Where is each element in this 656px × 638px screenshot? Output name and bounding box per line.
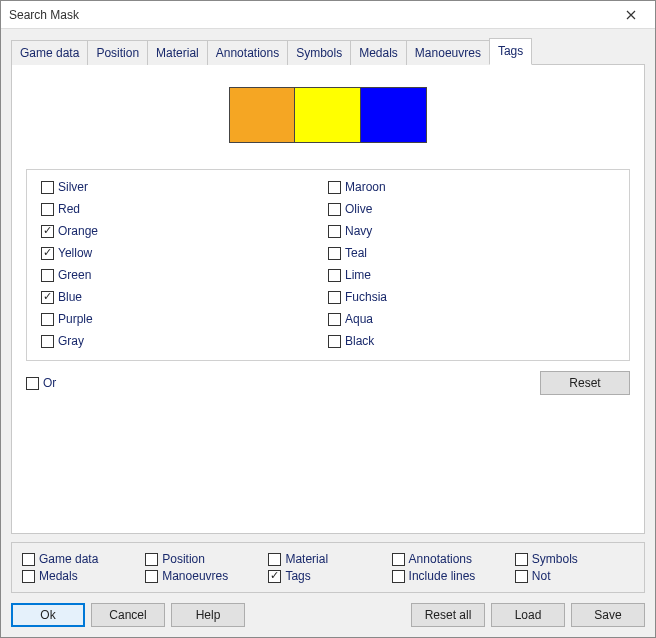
tab-label: Game data (20, 46, 79, 60)
color-check-red[interactable]: Red (41, 202, 328, 216)
checkbox-box (41, 291, 54, 304)
tab-label: Annotations (216, 46, 279, 60)
checkbox-label: Black (345, 334, 374, 348)
checkbox-label: Game data (39, 552, 98, 566)
tab-material[interactable]: Material (147, 40, 208, 65)
tab-label: Material (156, 46, 199, 60)
footer-check-include-lines[interactable]: Include lines (392, 569, 511, 583)
checkbox-box (328, 291, 341, 304)
tab-label: Symbols (296, 46, 342, 60)
color-check-green[interactable]: Green (41, 268, 328, 282)
cancel-button[interactable]: Cancel (91, 603, 165, 627)
swatch-yellow (295, 87, 361, 143)
checkbox-label: Fuchsia (345, 290, 387, 304)
footer-cell: Annotations (392, 552, 511, 566)
footer-check-symbols[interactable]: Symbols (515, 552, 634, 566)
color-check-lime[interactable]: Lime (328, 268, 615, 282)
checkbox-box (268, 570, 281, 583)
checkbox-box (328, 335, 341, 348)
color-column-left: SilverRedOrangeYellowGreenBluePurpleGray (41, 180, 328, 348)
checkbox-label: Symbols (532, 552, 578, 566)
search-mask-window: Search Mask Game dataPositionMaterialAnn… (0, 0, 656, 638)
checkbox-box (328, 181, 341, 194)
color-check-blue[interactable]: Blue (41, 290, 328, 304)
checkbox-box (41, 247, 54, 260)
tab-position[interactable]: Position (87, 40, 148, 65)
checkbox-label: Include lines (409, 569, 476, 583)
checkbox-box (392, 570, 405, 583)
footer-cell: Medals (22, 569, 141, 583)
window-title: Search Mask (9, 8, 611, 22)
footer-check-annotations[interactable]: Annotations (392, 552, 511, 566)
color-check-fuchsia[interactable]: Fuchsia (328, 290, 615, 304)
footer-cell: Include lines (392, 569, 511, 583)
tab-game-data[interactable]: Game data (11, 40, 88, 65)
tab-tags[interactable]: Tags (489, 38, 532, 65)
checkbox-label: Teal (345, 246, 367, 260)
save-button[interactable]: Save (571, 603, 645, 627)
footer-check-manoeuvres[interactable]: Manoeuvres (145, 569, 264, 583)
checkbox-box (22, 570, 35, 583)
ok-button[interactable]: Ok (11, 603, 85, 627)
footer-check-tags[interactable]: Tags (268, 569, 387, 583)
reset-button[interactable]: Reset (540, 371, 630, 395)
footer-cell: Game data (22, 552, 141, 566)
color-check-olive[interactable]: Olive (328, 202, 615, 216)
color-check-black[interactable]: Black (328, 334, 615, 348)
checkbox-label: Red (58, 202, 80, 216)
help-button[interactable]: Help (171, 603, 245, 627)
color-check-orange[interactable]: Orange (41, 224, 328, 238)
tab-label: Position (96, 46, 139, 60)
footer-cell: Tags (268, 569, 387, 583)
checkbox-box (328, 247, 341, 260)
footer-check-medals[interactable]: Medals (22, 569, 141, 583)
color-check-navy[interactable]: Navy (328, 224, 615, 238)
color-check-teal[interactable]: Teal (328, 246, 615, 260)
or-label: Or (43, 376, 56, 390)
tab-symbols[interactable]: Symbols (287, 40, 351, 65)
checkbox-label: Silver (58, 180, 88, 194)
checkbox-box (41, 269, 54, 282)
footer-cell: Not (515, 569, 634, 583)
checkbox-label: Purple (58, 312, 93, 326)
checkbox-box (41, 335, 54, 348)
checkbox-box (41, 225, 54, 238)
checkbox-label: Orange (58, 224, 98, 238)
footer-check-material[interactable]: Material (268, 552, 387, 566)
swatch-row (26, 87, 630, 143)
footer-check-not[interactable]: Not (515, 569, 634, 583)
tab-medals[interactable]: Medals (350, 40, 407, 65)
checkbox-label: Navy (345, 224, 372, 238)
footer-cell: Symbols (515, 552, 634, 566)
tab-manoeuvres[interactable]: Manoeuvres (406, 40, 490, 65)
color-check-purple[interactable]: Purple (41, 312, 328, 326)
reset-all-button[interactable]: Reset all (411, 603, 485, 627)
checkbox-label: Material (285, 552, 328, 566)
load-button[interactable]: Load (491, 603, 565, 627)
color-check-gray[interactable]: Gray (41, 334, 328, 348)
tabstrip: Game dataPositionMaterialAnnotationsSymb… (11, 37, 645, 64)
checkbox-box (145, 570, 158, 583)
checkbox-box (41, 181, 54, 194)
color-check-silver[interactable]: Silver (41, 180, 328, 194)
color-check-maroon[interactable]: Maroon (328, 180, 615, 194)
checkbox-box (392, 553, 405, 566)
checkbox-label: Gray (58, 334, 84, 348)
checkbox-label: Tags (285, 569, 310, 583)
footer-check-position[interactable]: Position (145, 552, 264, 566)
checkbox-box (515, 570, 528, 583)
checkbox-label: Not (532, 569, 551, 583)
close-button[interactable] (611, 1, 651, 28)
color-check-yellow[interactable]: Yellow (41, 246, 328, 260)
checkbox-box (328, 225, 341, 238)
checkbox-box (22, 553, 35, 566)
or-checkbox[interactable]: Or (26, 376, 56, 390)
footer-cell: Manoeuvres (145, 569, 264, 583)
footer-check-game-data[interactable]: Game data (22, 552, 141, 566)
checkbox-label: Green (58, 268, 91, 282)
under-grid-row: Or Reset (26, 371, 630, 395)
color-check-aqua[interactable]: Aqua (328, 312, 615, 326)
footer-cell: Position (145, 552, 264, 566)
tab-label: Medals (359, 46, 398, 60)
tab-annotations[interactable]: Annotations (207, 40, 288, 65)
